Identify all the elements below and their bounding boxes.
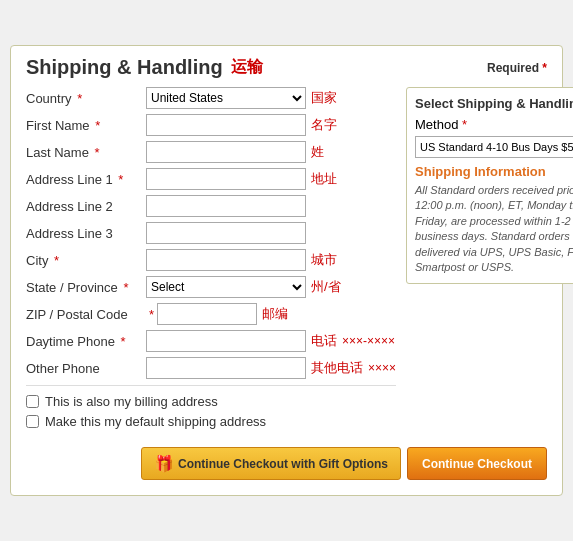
address3-label: Address Line 3 bbox=[26, 226, 146, 241]
shipping-select-row: US Standard 4-10 Bus Days $5. bbox=[415, 136, 573, 158]
address1-row: Address Line 1 * 地址 bbox=[26, 168, 396, 190]
city-row: City * 城市 bbox=[26, 249, 396, 271]
gift-icon: 🎁 bbox=[154, 454, 174, 473]
firstname-row: First Name * 名字 bbox=[26, 114, 396, 136]
default-checkbox[interactable] bbox=[26, 415, 39, 428]
city-input[interactable] bbox=[146, 249, 306, 271]
country-row: Country * United States 国家 bbox=[26, 87, 396, 109]
daytime-phone-label: Daytime Phone * bbox=[26, 334, 146, 349]
country-label: Country * bbox=[26, 91, 146, 106]
billing-checkbox[interactable] bbox=[26, 395, 39, 408]
other-phone-chinese: 其他电话 bbox=[311, 359, 363, 377]
bottom-buttons: 🎁 Continue Checkout with Gift Options Co… bbox=[26, 447, 547, 480]
address2-label: Address Line 2 bbox=[26, 199, 146, 214]
address1-label: Address Line 1 * bbox=[26, 172, 146, 187]
checkout-button[interactable]: Continue Checkout bbox=[407, 447, 547, 480]
address1-chinese: 地址 bbox=[311, 170, 337, 188]
left-form: Country * United States 国家 First Name * … bbox=[26, 87, 396, 437]
country-select[interactable]: United States bbox=[146, 87, 306, 109]
shipping-panel-title: Select Shipping & Handling bbox=[415, 96, 573, 111]
billing-checkbox-row: This is also my billing address bbox=[26, 394, 396, 409]
daytime-phone-row: Daytime Phone * 电话 ×××-×××× bbox=[26, 330, 396, 352]
shipping-info-title: Shipping Information bbox=[415, 164, 573, 179]
other-phone-placeholder: ×××× bbox=[368, 361, 396, 375]
address2-input[interactable] bbox=[146, 195, 306, 217]
state-select[interactable]: Select bbox=[146, 276, 306, 298]
zip-input[interactable] bbox=[157, 303, 257, 325]
page-header: Shipping & Handling 运输 Required * bbox=[26, 56, 547, 79]
shipping-panel: Select Shipping & Handling Method * US S… bbox=[406, 87, 573, 284]
zip-label: ZIP / Postal Code bbox=[26, 307, 146, 322]
checkout-label: Continue Checkout bbox=[422, 457, 532, 471]
page-title: Shipping & Handling bbox=[26, 56, 223, 79]
required-note: Required * bbox=[487, 61, 547, 75]
firstname-chinese: 名字 bbox=[311, 116, 337, 134]
checkbox-section: This is also my billing address Make thi… bbox=[26, 394, 396, 429]
address1-input[interactable] bbox=[146, 168, 306, 190]
address3-input[interactable] bbox=[146, 222, 306, 244]
state-chinese: 州/省 bbox=[311, 278, 341, 296]
daytime-phone-placeholder: ×××-×××× bbox=[342, 334, 395, 348]
daytime-phone-chinese: 电话 bbox=[311, 332, 337, 350]
zip-row: ZIP / Postal Code * 邮编 bbox=[26, 303, 396, 325]
state-label: State / Province * bbox=[26, 280, 146, 295]
divider bbox=[26, 385, 396, 386]
method-label: Method * bbox=[415, 117, 573, 132]
daytime-phone-input[interactable] bbox=[146, 330, 306, 352]
shipping-method-select[interactable]: US Standard 4-10 Bus Days $5. bbox=[415, 136, 573, 158]
lastname-chinese: 姓 bbox=[311, 143, 324, 161]
gift-checkout-button[interactable]: 🎁 Continue Checkout with Gift Options bbox=[141, 447, 401, 480]
state-row: State / Province * Select 州/省 bbox=[26, 276, 396, 298]
page-title-chinese: 运输 bbox=[231, 57, 263, 78]
default-checkbox-row: Make this my default shipping address bbox=[26, 414, 396, 429]
firstname-input[interactable] bbox=[146, 114, 306, 136]
country-chinese: 国家 bbox=[311, 89, 337, 107]
firstname-label: First Name * bbox=[26, 118, 146, 133]
form-section: Country * United States 国家 First Name * … bbox=[26, 87, 547, 437]
other-phone-label: Other Phone bbox=[26, 361, 146, 376]
gift-checkout-label: Continue Checkout with Gift Options bbox=[178, 457, 388, 471]
city-chinese: 城市 bbox=[311, 251, 337, 269]
other-phone-input[interactable] bbox=[146, 357, 306, 379]
lastname-input[interactable] bbox=[146, 141, 306, 163]
default-label: Make this my default shipping address bbox=[45, 414, 266, 429]
address3-row: Address Line 3 bbox=[26, 222, 396, 244]
lastname-label: Last Name * bbox=[26, 145, 146, 160]
billing-label: This is also my billing address bbox=[45, 394, 218, 409]
city-label: City * bbox=[26, 253, 146, 268]
shipping-info-text: All Standard orders received prior to 12… bbox=[415, 183, 573, 275]
zip-chinese: 邮编 bbox=[262, 305, 288, 323]
other-phone-row: Other Phone 其他电话 ×××× bbox=[26, 357, 396, 379]
main-container: Shipping & Handling 运输 Required * Countr… bbox=[10, 45, 563, 496]
lastname-row: Last Name * 姓 bbox=[26, 141, 396, 163]
address2-row: Address Line 2 bbox=[26, 195, 396, 217]
